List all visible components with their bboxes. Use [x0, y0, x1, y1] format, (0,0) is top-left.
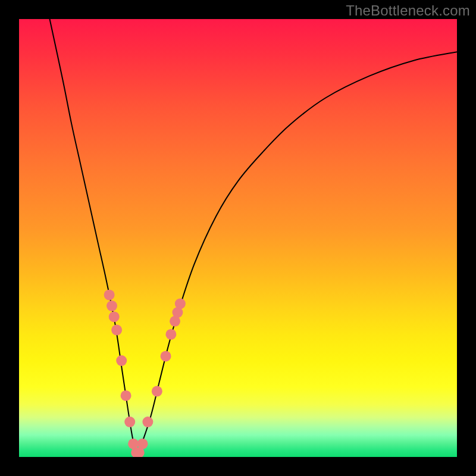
data-marker [104, 290, 115, 300]
data-marker [142, 416, 153, 427]
chart-svg [19, 19, 457, 457]
data-marker [175, 298, 186, 309]
data-marker [109, 311, 120, 322]
data-marker [116, 355, 127, 366]
data-marker [121, 390, 131, 401]
data-marker [165, 329, 176, 340]
marker-layer [104, 290, 186, 457]
data-marker [161, 351, 171, 362]
data-marker [107, 300, 117, 311]
data-marker [152, 386, 162, 397]
curve-layer [50, 19, 457, 455]
data-marker [137, 439, 148, 449]
chart-frame: TheBottleneck.com [0, 0, 476, 476]
data-marker [124, 416, 135, 427]
bottleneck-curve [50, 19, 457, 455]
data-marker [111, 325, 122, 336]
plot-area [19, 19, 457, 457]
watermark-text: TheBottleneck.com [346, 2, 470, 19]
